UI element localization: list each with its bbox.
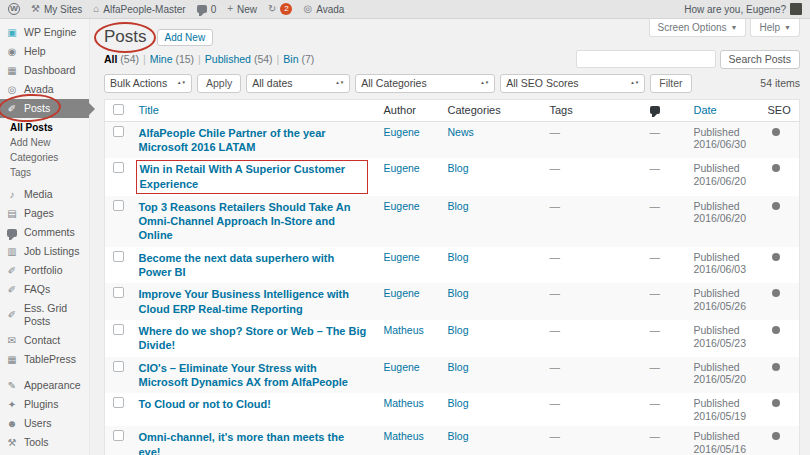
row-checkbox[interactable] (113, 126, 124, 137)
help-button[interactable]: Help ▼ (750, 19, 800, 37)
row-checkbox[interactable] (113, 251, 124, 262)
admin-bar-left: W ⚒ My Sites ⌂ AlfaPeople-Master 0 + New… (8, 3, 344, 15)
sidebar-item-faqs[interactable]: ✐FAQs (0, 280, 89, 299)
apply-button[interactable]: Apply (197, 74, 241, 93)
post-title-link[interactable]: Win in Retail With A Superior Customer E… (140, 163, 346, 189)
add-new-button[interactable]: Add New (157, 29, 214, 46)
sidebar-item-posts[interactable]: ✐Posts (0, 99, 89, 118)
publish-date: 2016/06/20 (694, 175, 752, 188)
sidebar-item-job-listings[interactable]: ▥Job Listings (0, 242, 89, 261)
checkbox-cell (105, 357, 131, 394)
sidebar-item-avada[interactable]: ◎Avada (0, 80, 89, 99)
row-checkbox[interactable] (113, 287, 124, 298)
checkbox-cell (105, 247, 131, 284)
screen-meta-tabs: Screen Options ▼ Help ▼ (649, 19, 800, 37)
categories-filter-select[interactable]: All Categories ▲▼ (355, 74, 495, 93)
wordpress-menu[interactable]: W (8, 3, 20, 15)
author-link[interactable]: Eugene (384, 162, 420, 174)
contact-icon: ✉ (6, 336, 18, 346)
category-link[interactable]: Blog (448, 162, 469, 174)
user-account-menu[interactable]: How are you, Eugene? (684, 3, 802, 15)
sidebar-item-pages[interactable]: ▤Pages (0, 204, 89, 223)
post-title-link[interactable]: Omni-channel, it's more than meets the e… (139, 431, 345, 455)
current-site-menu[interactable]: ⌂ AlfaPeople-Master (93, 4, 185, 15)
updates-menu[interactable]: ↻ 2 (268, 3, 292, 15)
view-label: All (104, 53, 117, 65)
category-link[interactable]: Blog (448, 287, 469, 299)
view-filter-all[interactable]: All (54) (104, 53, 139, 65)
posts-table: Title Author Categories Tags Date SEO Al… (104, 99, 800, 455)
post-title-link[interactable]: Improve Your Business Intelligence with … (139, 288, 349, 314)
screen-options-button[interactable]: Screen Options ▼ (649, 19, 747, 37)
row-checkbox[interactable] (113, 324, 124, 335)
author-link[interactable]: Eugene (384, 251, 420, 263)
author-link[interactable]: Eugene (384, 361, 420, 373)
sidebar-item-help[interactable]: ◉Help (0, 42, 89, 61)
post-title-link[interactable]: Where do we shop? Store or Web – The Big… (139, 325, 367, 351)
column-header-date[interactable]: Date (686, 99, 760, 121)
post-title-link[interactable]: CIO's – Eliminate Your Stress with Micro… (139, 362, 348, 388)
search-posts-button[interactable]: Search Posts (720, 50, 800, 69)
sidebar-item-users[interactable]: ☻Users (0, 414, 89, 433)
view-filter-mine[interactable]: Mine (15) (150, 53, 194, 65)
seo-scores-filter-select[interactable]: All SEO Scores ▲▼ (500, 74, 645, 93)
column-header-categories: Categories (440, 99, 542, 121)
category-link[interactable]: News (448, 126, 474, 138)
my-sites-menu[interactable]: ⚒ My Sites (31, 4, 82, 15)
sidebar-subitem-add-new[interactable]: Add New (0, 135, 89, 150)
post-title-link[interactable]: AlfaPeople Chile Partner of the year Mic… (139, 127, 326, 153)
admin-bar-comments[interactable]: 0 (197, 4, 217, 15)
row-checkbox[interactable] (113, 430, 124, 441)
post-title-link[interactable]: To Cloud or not to Cloud! (139, 398, 271, 410)
column-header-title[interactable]: Title (131, 99, 376, 121)
category-link[interactable]: Blog (448, 361, 469, 373)
users-icon: ☻ (6, 419, 18, 429)
post-title-link[interactable]: Top 3 Reasons Retailers Should Take An O… (139, 201, 351, 242)
bulk-actions-select[interactable]: Bulk Actions ▲▼ (104, 74, 192, 93)
author-link[interactable]: Eugene (384, 200, 420, 212)
sidebar-item-tablepress[interactable]: ▦TablePress (0, 350, 89, 369)
filter-button[interactable]: Filter (650, 74, 691, 93)
category-link[interactable]: Blog (448, 324, 469, 336)
sidebar-item-dashboard[interactable]: ▦Dashboard (0, 61, 89, 80)
category-link[interactable]: Blog (448, 251, 469, 263)
sidebar-item-appearance[interactable]: ✎Appearance (0, 376, 89, 395)
sidebar-item-wpengine[interactable]: ▣WP Engine (0, 23, 89, 42)
author-link[interactable]: Eugene (384, 287, 420, 299)
author-link[interactable]: Eugene (384, 126, 420, 138)
plus-icon: + (227, 4, 233, 14)
sidebar-item-plugins[interactable]: ✦Plugins (0, 395, 89, 414)
sidebar-item-tools[interactable]: ⚒Tools (0, 433, 89, 452)
sidebar-item-media[interactable]: ♪Media (0, 185, 89, 204)
sidebar-item-contact[interactable]: ✉Contact (0, 331, 89, 350)
row-checkbox[interactable] (113, 200, 124, 211)
author-link[interactable]: Matheus (384, 324, 424, 336)
items-count: 54 items (760, 77, 800, 89)
sidebar-item-portfolio[interactable]: ✐Portfolio (0, 261, 89, 280)
author-link[interactable]: Matheus (384, 397, 424, 409)
search-input[interactable] (576, 50, 716, 68)
sidebar-item-comments[interactable]: Comments (0, 223, 89, 242)
seo-cell (760, 196, 800, 247)
sidebar-subitem-all-posts[interactable]: All Posts (0, 120, 89, 135)
sidebar-item-ess-grid-posts[interactable]: ✐Ess. Grid Posts (0, 299, 89, 331)
avada-menu[interactable]: ◎ Avada (303, 4, 344, 15)
category-link[interactable]: Blog (448, 200, 469, 212)
author-link[interactable]: Matheus (384, 430, 424, 442)
post-title-link[interactable]: Become the next data superhero with Powe… (139, 252, 335, 278)
dates-filter-select[interactable]: All dates ▲▼ (246, 74, 350, 93)
category-link[interactable]: Blog (448, 430, 469, 442)
row-checkbox[interactable] (113, 361, 124, 372)
sidebar-subitem-tags[interactable]: Tags (0, 165, 89, 180)
select-all-checkbox[interactable] (113, 104, 124, 115)
category-link[interactable]: Blog (448, 397, 469, 409)
categories-cell: Blog (440, 357, 542, 394)
sidebar-subitem-categories[interactable]: Categories (0, 150, 89, 165)
title-cell: AlfaPeople Chile Partner of the year Mic… (131, 121, 376, 158)
post-status-views: All (54)|Mine (15)|Published (54)|Bin (7… (104, 53, 314, 65)
new-content-menu[interactable]: + New (227, 4, 257, 15)
view-filter-published[interactable]: Published (54) (205, 53, 273, 65)
row-checkbox[interactable] (113, 162, 124, 173)
row-checkbox[interactable] (113, 397, 124, 408)
view-filter-bin[interactable]: Bin (7) (283, 53, 314, 65)
